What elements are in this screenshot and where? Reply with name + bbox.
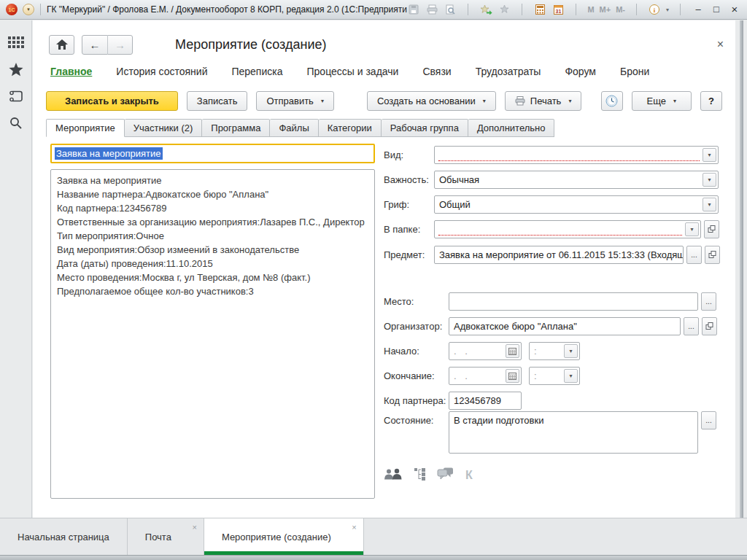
home-button[interactable]: [49, 35, 74, 55]
memory-m-minus-button[interactable]: M-: [616, 5, 625, 14]
search-icon[interactable]: [7, 116, 25, 131]
event-description-textarea[interactable]: Заявка на мероприятие Название партнера:…: [50, 169, 375, 499]
tab-pochta[interactable]: Почта ×: [128, 518, 204, 555]
memory-m-plus-button[interactable]: M+: [600, 5, 611, 14]
state-select-button[interactable]: ...: [701, 411, 716, 429]
window-close-button[interactable]: ×: [728, 3, 741, 16]
nav-istoriya-sostoyaniy[interactable]: История состояний: [116, 66, 207, 77]
save-button[interactable]: Записать: [187, 91, 248, 111]
create-from-button[interactable]: Создать на основании▾: [367, 91, 496, 111]
print-button[interactable]: Печать▾: [505, 91, 582, 111]
date-picker-icon[interactable]: [506, 369, 519, 383]
dropdown-icon[interactable]: ▾: [703, 173, 716, 187]
subject-open-button[interactable]: [705, 246, 720, 264]
tab-rabochaya-gruppa[interactable]: Рабочая группа: [382, 119, 468, 137]
divider: [522, 4, 522, 15]
info-dropdown-icon[interactable]: ▾: [666, 7, 669, 13]
minimize-button[interactable]: –: [692, 3, 705, 16]
favorites-star-icon[interactable]: [7, 62, 25, 77]
form-close-icon[interactable]: ×: [717, 39, 724, 50]
required-marker: [438, 235, 682, 236]
start-time-combobox[interactable]: : ▾: [529, 342, 580, 360]
status-bar: [0, 555, 747, 560]
calculator-icon[interactable]: [533, 3, 546, 16]
calendar-icon[interactable]: 31: [551, 3, 565, 16]
nav-processy-i-zadachi[interactable]: Процессы и задачи: [307, 66, 399, 77]
date-picker-icon[interactable]: [506, 344, 519, 358]
place-label: Место:: [384, 292, 449, 311]
save-and-close-button[interactable]: Записать и закрыть: [46, 91, 178, 111]
add-favorite-icon[interactable]: [479, 3, 492, 16]
more-button[interactable]: Еще▾: [632, 91, 692, 111]
tab-meropriyatie[interactable]: Мероприятие: [46, 119, 125, 137]
tab-programma[interactable]: Программа: [202, 119, 270, 137]
nav-trudozatraty[interactable]: Трудозатраты: [476, 66, 541, 77]
description-line: Ответственные за организацию мероприятия…: [57, 215, 368, 229]
info-icon[interactable]: i: [648, 3, 661, 16]
favorites-icon[interactable]: [498, 3, 511, 16]
description-line: Название партнера:Адвокатское бюро "Апла…: [57, 187, 368, 201]
importance-combobox[interactable]: Обычная ▾: [434, 171, 719, 189]
dropdown-icon[interactable]: ▾: [703, 198, 716, 211]
end-time-combobox[interactable]: : ▾: [529, 367, 580, 385]
description-line: Предполагаемое общее кол-во участников:3: [57, 284, 368, 298]
organizer-field[interactable]: Адвокатское бюро "Аплана": [449, 317, 681, 335]
k-category-icon[interactable]: К: [465, 469, 473, 482]
sections-menu-icon[interactable]: [7, 35, 25, 50]
dropdown-icon[interactable]: ▾: [703, 148, 716, 162]
save-icon[interactable]: [407, 3, 420, 16]
open-icon: [708, 225, 716, 233]
grif-combobox[interactable]: Общий ▾: [434, 195, 719, 214]
subject-select-button[interactable]: ...: [686, 246, 702, 264]
description-line: Код партнера:123456789: [57, 201, 368, 215]
tab-fayly[interactable]: Файлы: [270, 119, 318, 137]
reminder-clock-button[interactable]: [601, 91, 623, 111]
end-date-input[interactable]: . .: [449, 367, 522, 385]
print-preview-icon[interactable]: [444, 3, 457, 16]
folder-combobox[interactable]: ▾: [434, 220, 701, 238]
dropdown-icon[interactable]: ▾: [564, 344, 578, 358]
organizer-open-button[interactable]: [702, 317, 717, 335]
place-field[interactable]: [449, 292, 698, 311]
event-name-input[interactable]: Заявка на мероприятие: [50, 144, 375, 163]
start-date-input[interactable]: . .: [449, 342, 522, 360]
tab-close-icon[interactable]: ×: [192, 524, 196, 532]
tab-meropriyatie-sozdanie[interactable]: Мероприятие (создание) ×: [204, 518, 364, 555]
form-tabstrip: Мероприятие Участники (2) Программа Файл…: [46, 119, 554, 137]
tab-uchastniki[interactable]: Участники (2): [125, 119, 203, 137]
folder-open-button[interactable]: [704, 220, 719, 238]
tab-dopolnitelno[interactable]: Дополнительно: [468, 119, 555, 137]
history-icon[interactable]: [7, 89, 25, 104]
divider: [680, 4, 681, 15]
nav-forum[interactable]: Форум: [565, 66, 596, 77]
send-button[interactable]: Отправить▾: [256, 91, 333, 111]
tab-close-icon[interactable]: ×: [352, 524, 356, 532]
window-titlebar: 1С ▾ ГК "Меркурий" / Фролова Е.М. / Доку…: [0, 0, 747, 20]
nav-broni[interactable]: Брони: [620, 66, 649, 77]
history-nav-group: ← →: [82, 35, 133, 55]
window-title: ГК "Меркурий" / Фролова Е.М. / Документо…: [47, 4, 407, 15]
dropdown-icon[interactable]: ▾: [564, 369, 578, 383]
type-combobox[interactable]: ▾: [434, 146, 719, 164]
memory-m-button[interactable]: M: [587, 5, 594, 14]
participants-icon[interactable]: [384, 468, 403, 483]
nav-glavnoe[interactable]: Главное: [50, 66, 92, 77]
subject-field[interactable]: Заявка на мероприятие от 06.11.2015 15:1…: [434, 246, 684, 264]
place-select-button[interactable]: ...: [701, 292, 716, 311]
dropdown-icon[interactable]: ▾: [685, 222, 699, 236]
print-icon[interactable]: [425, 3, 438, 16]
help-button[interactable]: ?: [700, 91, 722, 111]
nav-svyazi[interactable]: Связи: [422, 66, 451, 77]
system-menu-button[interactable]: ▾: [23, 4, 34, 15]
process-structure-icon[interactable]: [414, 468, 426, 483]
forward-button[interactable]: →: [107, 35, 132, 55]
tab-kategorii[interactable]: Категории: [319, 119, 382, 137]
state-textarea[interactable]: В стадии подготовки: [449, 411, 698, 454]
nav-perepiska[interactable]: Переписка: [231, 66, 282, 77]
partner-code-input[interactable]: 123456789: [449, 392, 522, 410]
organizer-select-button[interactable]: ...: [684, 317, 699, 335]
maximize-button[interactable]: □: [710, 3, 723, 16]
back-button[interactable]: ←: [82, 35, 107, 55]
tab-nachalnaya-stranitsa[interactable]: Начальная страница: [0, 518, 128, 555]
forum-chat-icon[interactable]: [437, 467, 454, 483]
